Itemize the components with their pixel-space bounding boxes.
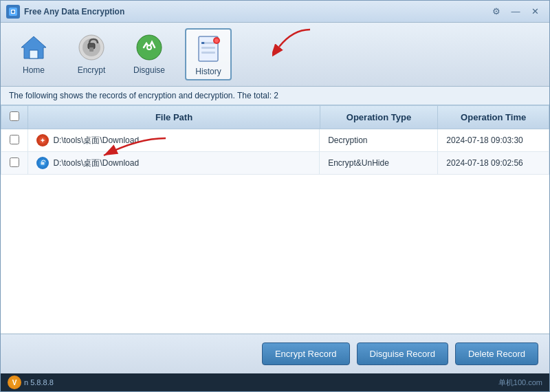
watermark-logo: V n 5.8.8.8 xyxy=(8,375,54,389)
toolbar-arrow-annotation xyxy=(272,26,314,63)
home-label: Home xyxy=(23,65,45,75)
svg-rect-16 xyxy=(201,47,215,49)
encrypt-label: Encrypt xyxy=(78,65,106,75)
history-label: History xyxy=(195,67,221,76)
delete-record-button[interactable]: Delete Record xyxy=(455,342,538,365)
status-text: The following shows the records of encry… xyxy=(9,91,278,100)
svg-rect-23 xyxy=(41,162,45,165)
row-filepath-cell: D:\tools\桌面\Download xyxy=(28,152,320,174)
header-optime: Operation Time xyxy=(438,106,549,129)
disguise-icon xyxy=(133,31,166,64)
history-icon xyxy=(192,32,225,65)
table-header-row: File Path Operation Type Operation Time xyxy=(1,106,549,129)
toolbar-item-encrypt[interactable]: Encrypt xyxy=(69,28,113,80)
select-all-checkbox[interactable] xyxy=(10,111,19,121)
row-1-checkbox[interactable] xyxy=(10,135,19,144)
svg-rect-15 xyxy=(204,42,215,44)
history-table: File Path Operation Type Operation Time … xyxy=(1,105,549,175)
row-filepath-cell: D:\tools\桌面\Download xyxy=(28,129,320,151)
status-bar: The following shows the records of encry… xyxy=(1,87,549,105)
main-window: Free Any Data Encryption ⚙ — ✕ Home xyxy=(0,0,550,392)
toolbar: Home Encrypt xyxy=(1,23,549,87)
content-area: The following shows the records of encry… xyxy=(1,87,549,373)
watermark-bar: V n 5.8.8.8 单机100.com xyxy=(1,373,549,391)
row-optime-cell: 2024-07-18 09:03:30 xyxy=(438,129,549,152)
bottom-bar: Encrypt Record Disguise Record Delete Re… xyxy=(1,334,549,373)
header-optype: Operation Type xyxy=(320,106,438,129)
row-checkbox-cell xyxy=(1,152,28,175)
watermark-version: n 5.8.8.8 xyxy=(24,378,54,386)
svg-rect-14 xyxy=(201,42,204,44)
disguise-record-button[interactable]: Disguise Record xyxy=(357,342,448,365)
svg-rect-17 xyxy=(201,52,215,54)
table-row: D:\tools\桌面\DownloadDecryption2024-07-18… xyxy=(1,129,549,152)
filepath-text: D:\tools\桌面\Download xyxy=(53,157,139,169)
row-optype-cell: Decryption xyxy=(320,129,438,152)
app-icon xyxy=(6,5,20,19)
header-filepath: File Path xyxy=(28,106,320,129)
file-icon-decrypt xyxy=(36,134,49,146)
watermark-url: 单机100.com xyxy=(498,378,542,388)
window-title: Free Any Data Encryption xyxy=(24,7,487,17)
filepath-text: D:\tools\桌面\Download xyxy=(53,135,139,146)
table-row: D:\tools\桌面\DownloadEncrypt&UnHide2024-0… xyxy=(1,152,549,175)
file-icon-encrypt xyxy=(36,157,49,169)
disguise-label: Disguise xyxy=(133,65,165,75)
svg-rect-4 xyxy=(30,50,38,58)
row-2-checkbox[interactable] xyxy=(10,157,19,167)
toolbar-item-home[interactable]: Home xyxy=(12,28,56,80)
watermark-icon: V xyxy=(8,375,21,389)
header-checkbox xyxy=(1,106,28,129)
row-checkbox-cell xyxy=(1,129,28,152)
home-icon xyxy=(17,31,50,64)
encrypt-icon xyxy=(75,31,108,64)
table-area: File Path Operation Type Operation Time … xyxy=(1,105,549,334)
encrypt-record-button[interactable]: Encrypt Record xyxy=(262,342,350,365)
close-button[interactable]: ✕ xyxy=(526,5,544,19)
settings-button[interactable]: ⚙ xyxy=(487,5,505,19)
row-optype-cell: Encrypt&UnHide xyxy=(320,152,438,175)
title-bar: Free Any Data Encryption ⚙ — ✕ xyxy=(1,1,549,23)
row-optime-cell: 2024-07-18 09:02:56 xyxy=(438,152,549,175)
svg-point-11 xyxy=(148,46,151,49)
window-controls: ⚙ — ✕ xyxy=(487,5,544,19)
toolbar-item-disguise[interactable]: Disguise xyxy=(127,28,171,80)
svg-point-2 xyxy=(12,10,14,13)
svg-rect-8 xyxy=(89,47,94,52)
minimize-button[interactable]: — xyxy=(507,5,525,19)
svg-point-19 xyxy=(214,39,219,43)
toolbar-item-history[interactable]: History xyxy=(185,28,232,80)
